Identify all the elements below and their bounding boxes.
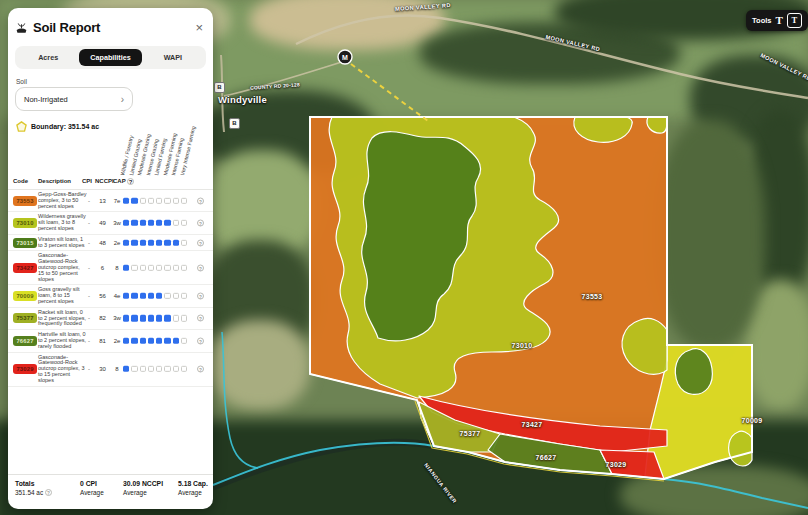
capability-square-empty — [173, 293, 179, 299]
totals-row: Totals 351.54 ac ? 0 CPI Average 30.09 N… — [8, 474, 213, 505]
text-box-tool-icon[interactable]: T — [787, 13, 802, 28]
soil-description: Wilderness gravelly silt loam, 3 to 8 pe… — [38, 214, 87, 231]
capability-square-empty — [164, 198, 170, 204]
soil-description: Racket silt loam, 0 to 2 percent slopes,… — [38, 310, 87, 327]
capability-square-empty — [164, 366, 170, 372]
tab-capabilities[interactable]: Capabilities — [79, 49, 141, 66]
capability-square-empty — [140, 366, 146, 372]
soil-table-row[interactable]: 75377Racket silt loam, 0 to 2 percent sl… — [8, 308, 213, 330]
capability-square-empty — [181, 220, 187, 226]
capability-column-label: Limited Farming — [153, 138, 167, 176]
nccpi-value: 82 — [95, 315, 110, 321]
capability-square-filled — [131, 338, 137, 344]
soil-description: Gepp-Goss-Bardley complex, 3 to 50 perce… — [38, 192, 87, 209]
col-description: Description — [38, 178, 71, 184]
tools-bar[interactable]: Tools T T — [746, 10, 808, 31]
help-icon[interactable]: ? — [197, 239, 204, 246]
capability-square-filled — [123, 293, 129, 299]
capability-square-empty — [148, 366, 154, 372]
capability-square-empty — [164, 265, 170, 271]
capability-square-filled — [156, 220, 162, 226]
cpi-average-label: Average — [80, 488, 104, 497]
capability-square-filled — [131, 239, 137, 245]
soil-table-row[interactable]: 73029Gasconade-Gatewood-Rock outcrop com… — [8, 353, 213, 387]
capability-square-empty — [173, 366, 179, 372]
capability-squares — [123, 239, 187, 245]
capability-column-label: Very Intense Farming — [179, 126, 196, 176]
soil-table-row[interactable]: 73015Viraton silt loam, 1 to 3 percent s… — [8, 235, 213, 252]
road-moon-valley — [296, 16, 808, 98]
capability-square-filled — [148, 220, 154, 226]
capability-square-empty — [173, 220, 179, 226]
capability-column-label: Wildlife / Forestry — [119, 135, 134, 176]
capability-square-empty — [181, 198, 187, 204]
col-cpi: CPI — [82, 178, 92, 184]
capability-square-filled — [140, 293, 146, 299]
help-icon[interactable]: ? — [127, 178, 134, 185]
capability-square-filled — [148, 239, 154, 245]
soil-table-row[interactable]: 73553Gepp-Goss-Bardley complex, 3 to 50 … — [8, 190, 213, 212]
capability-square-empty — [148, 265, 154, 271]
capability-square-filled — [173, 239, 179, 245]
soil-type-select[interactable]: Non-Irrigated › — [15, 87, 133, 111]
tab-wapi[interactable]: WAPI — [142, 49, 204, 66]
help-icon[interactable]: ? — [197, 220, 204, 227]
map-viewport[interactable]: M MOON VALLEY RD MOON VALLEY RD MOON VAL… — [0, 0, 808, 515]
capability-square-empty — [156, 366, 162, 372]
help-icon[interactable]: ? — [197, 264, 204, 271]
help-icon[interactable]: ? — [45, 489, 52, 496]
nccpi-value: 49 — [95, 220, 110, 226]
col-code: Code — [13, 178, 28, 184]
text-tool-icon[interactable]: T — [776, 15, 783, 26]
cpi-value: - — [84, 240, 94, 246]
help-icon[interactable]: ? — [197, 197, 204, 204]
soil-code-badge: 76627 — [13, 336, 37, 346]
capability-square-empty — [181, 265, 187, 271]
capability-square-empty — [181, 239, 187, 245]
cpi-value: - — [84, 315, 94, 321]
capability-square-empty — [164, 293, 170, 299]
capability-column-label: Limited Grazing — [128, 139, 142, 176]
capability-square-empty — [181, 366, 187, 372]
close-icon[interactable]: × — [192, 20, 206, 35]
soil-code-badge: 73427 — [13, 263, 37, 273]
map-region-patch[interactable] — [729, 431, 752, 466]
capability-square-filled — [164, 338, 170, 344]
route-marker-sign: B — [229, 118, 240, 129]
help-icon[interactable]: ? — [197, 293, 204, 300]
cap-class-value: 3w — [110, 315, 124, 321]
capability-square-filled — [140, 338, 146, 344]
capability-square-filled — [148, 338, 154, 344]
cap-class-value: 8 — [110, 366, 124, 372]
map-region-patch[interactable] — [675, 349, 712, 395]
capability-square-empty — [131, 265, 137, 271]
soil-table-row[interactable]: 76627Hartville silt loam, 0 to 2 percent… — [8, 330, 213, 352]
capability-square-filled — [123, 220, 129, 226]
cpi-value: - — [84, 338, 94, 344]
capability-square-empty — [156, 265, 162, 271]
route-marker-sign: B — [214, 82, 225, 93]
soil-description: Gasconade-Gatewood-Rock outcrop complex,… — [38, 355, 87, 384]
capability-column-label: Intense Farming — [170, 137, 184, 176]
capability-square-empty — [173, 315, 179, 321]
capability-square-empty — [140, 265, 146, 271]
soil-table-row[interactable]: 73427Gasconade-Gatewood-Rock outcrop com… — [8, 251, 213, 285]
tab-acres[interactable]: Acres — [17, 49, 79, 66]
capability-square-empty — [181, 315, 187, 321]
capability-square-filled — [164, 315, 170, 321]
nccpi-value: 56 — [95, 293, 110, 299]
capability-squares — [123, 265, 187, 271]
capability-square-filled — [123, 239, 129, 245]
soil-table-row[interactable]: 73010Wilderness gravelly silt loam, 3 to… — [8, 212, 213, 234]
capability-square-filled — [148, 315, 154, 321]
help-icon[interactable]: ? — [197, 315, 204, 322]
svg-text:M: M — [342, 54, 348, 61]
soil-table-row[interactable]: 70009Goss gravelly silt loam, 8 to 15 pe… — [8, 285, 213, 307]
cpi-value: - — [84, 198, 94, 204]
help-icon[interactable]: ? — [197, 366, 204, 373]
capability-square-empty — [140, 198, 146, 204]
help-icon[interactable]: ? — [197, 337, 204, 344]
capability-column-label: Intense Grazing — [145, 138, 159, 176]
cpi-average-value: 0 CPI — [80, 479, 104, 488]
capability-square-filled — [148, 293, 154, 299]
